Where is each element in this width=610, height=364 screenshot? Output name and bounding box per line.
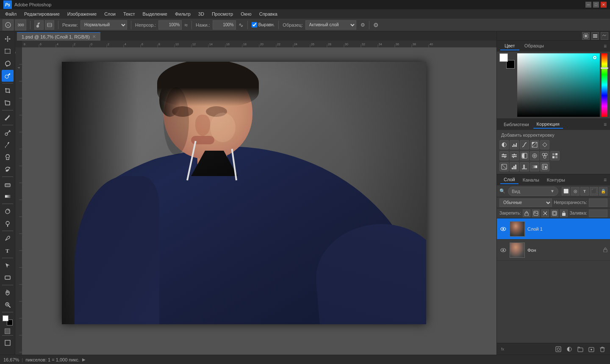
- opacity-input[interactable]: [158, 20, 182, 30]
- fg-color-box[interactable]: [499, 53, 508, 62]
- delete-layer-btn[interactable]: [598, 345, 607, 353]
- adjustment-layer-btn[interactable]: [565, 345, 574, 353]
- tool-move[interactable]: [2, 33, 14, 45]
- flow-icon[interactable]: ∿: [238, 22, 244, 28]
- tool-healing[interactable]: [2, 127, 14, 138]
- erase-mode-icon[interactable]: [45, 20, 54, 30]
- color-swatch-area[interactable]: [2, 314, 14, 326]
- corr-brightness-icon[interactable]: [499, 140, 509, 149]
- layer-style-icon[interactable]: fx: [500, 346, 505, 352]
- menu-3d[interactable]: 3D: [195, 11, 208, 17]
- corr-hsl-icon[interactable]: [499, 151, 509, 160]
- tool-quick-select[interactable]: [2, 70, 14, 82]
- sample-settings-icon[interactable]: ⚙: [360, 22, 365, 28]
- maximize-button[interactable]: □: [593, 2, 599, 8]
- tab-color[interactable]: Цвет: [500, 42, 519, 50]
- new-layer-btn[interactable]: [587, 345, 596, 353]
- align-check-label[interactable]: Выравн.: [252, 22, 275, 28]
- blend-mode-select[interactable]: Обычные: [499, 199, 552, 207]
- fg-bg-swatches[interactable]: [499, 53, 515, 69]
- color-spectrum[interactable]: [517, 53, 607, 117]
- tab-libraries[interactable]: Библиотеки: [500, 121, 532, 128]
- tool-gradient[interactable]: [2, 190, 14, 202]
- group-layers-btn[interactable]: [576, 345, 585, 353]
- tool-zoom[interactable]: [2, 299, 14, 311]
- menu-view[interactable]: Просмотр: [208, 11, 236, 17]
- sample-select[interactable]: Активный слой: [305, 20, 356, 30]
- search-dropdown-icon[interactable]: ▼: [550, 189, 555, 193]
- align-checkbox[interactable]: [252, 22, 257, 28]
- menu-window[interactable]: Окно: [237, 11, 255, 17]
- document-tab[interactable]: 1.psd @ 16,7% (Слой 1, RGB/8) ✕: [17, 32, 100, 41]
- minimize-button[interactable]: ─: [585, 2, 591, 8]
- tool-select-rect[interactable]: [2, 45, 14, 57]
- corr-gradient-map-icon[interactable]: [530, 162, 539, 171]
- tool-dodge[interactable]: [2, 218, 14, 229]
- title-bar-controls[interactable]: ─ □ ✕: [585, 2, 607, 8]
- tool-shape[interactable]: [2, 272, 14, 284]
- opacity-icon[interactable]: ≈: [184, 22, 188, 28]
- corr-vibrance-icon[interactable]: [540, 140, 549, 149]
- layers-panel-menu-btn[interactable]: ≡: [604, 177, 607, 183]
- corr-photofilter-icon[interactable]: [530, 151, 539, 160]
- filter-smart-icon[interactable]: 🔒: [599, 187, 607, 196]
- tool-text[interactable]: T: [2, 245, 14, 256]
- brush-size-display[interactable]: 300: [15, 19, 26, 30]
- tool-eyedropper[interactable]: [2, 112, 14, 124]
- corr-colorbalance-icon[interactable]: [510, 151, 519, 160]
- corr-invert-icon[interactable]: [499, 162, 509, 171]
- menu-help[interactable]: Справка: [256, 11, 281, 17]
- tool-brush[interactable]: [2, 139, 14, 151]
- brush-icon[interactable]: [34, 20, 44, 30]
- menu-file[interactable]: Файл: [2, 11, 20, 17]
- layer-visibility-icon-1[interactable]: [499, 225, 507, 233]
- color-icon[interactable]: [582, 32, 590, 40]
- opacity-input[interactable]: 100%: [589, 199, 607, 207]
- fg-color-swatch[interactable]: [3, 315, 8, 321]
- menu-text[interactable]: Текст: [120, 11, 139, 17]
- lock-image-icon[interactable]: [532, 210, 540, 217]
- tab-close-button[interactable]: ✕: [92, 34, 96, 39]
- corr-selectivecolor-icon[interactable]: [540, 162, 549, 171]
- add-mask-btn[interactable]: [554, 345, 563, 353]
- menu-edit[interactable]: Редактирование: [21, 11, 63, 17]
- close-button[interactable]: ✕: [601, 2, 607, 8]
- menu-select[interactable]: Выделение: [139, 11, 171, 17]
- filter-pixel-icon[interactable]: ⬜: [562, 187, 570, 196]
- filter-shape-icon[interactable]: ⬛: [590, 187, 598, 196]
- tab-correction[interactable]: Коррекция: [533, 120, 563, 129]
- layer-visibility-icon-bg[interactable]: [499, 246, 507, 254]
- extra-settings-icon[interactable]: ⚙: [373, 22, 379, 28]
- status-expand-icon[interactable]: ▶: [82, 357, 86, 362]
- corr-colortable-icon[interactable]: [550, 151, 560, 160]
- hue-bar[interactable]: [602, 53, 607, 117]
- layer-item-layer1[interactable]: Слой 1: [497, 218, 610, 240]
- tool-pen[interactable]: [2, 232, 14, 244]
- layer-comp-icon[interactable]: [591, 32, 599, 40]
- tool-hand[interactable]: [2, 287, 14, 298]
- layer-item-background[interactable]: Фон: [497, 240, 610, 261]
- lock-all-icon[interactable]: [560, 210, 568, 217]
- quick-mask-btn[interactable]: [5, 328, 10, 334]
- menu-image[interactable]: Изображение: [64, 11, 100, 17]
- color-panel-menu-btn[interactable]: ≡: [604, 43, 607, 49]
- tool-perspective-crop[interactable]: [2, 97, 14, 109]
- corr-levels-icon[interactable]: [510, 140, 519, 149]
- corr-channel-mixer-icon[interactable]: [540, 151, 549, 160]
- tab-channels[interactable]: Каналы: [519, 176, 543, 184]
- tool-frame-mode[interactable]: [2, 337, 14, 349]
- mode-select[interactable]: Нормальный: [80, 20, 127, 30]
- lock-position-icon[interactable]: [541, 210, 549, 217]
- corr-curves-icon[interactable]: [520, 140, 529, 149]
- filter-type-icon[interactable]: T: [580, 187, 589, 196]
- tool-lasso[interactable]: [2, 58, 14, 69]
- tool-crop[interactable]: [2, 85, 14, 97]
- tool-preset-picker[interactable]: +: [3, 19, 14, 30]
- flow-input[interactable]: [213, 20, 236, 30]
- corr-exposure-icon[interactable]: [530, 140, 539, 149]
- tool-path-select[interactable]: [2, 259, 14, 271]
- tab-samples[interactable]: Образцы: [520, 42, 548, 50]
- menu-layers[interactable]: Слои: [101, 11, 119, 17]
- filter-adj-icon[interactable]: ◎: [571, 187, 580, 196]
- extra-panels-icon[interactable]: [601, 32, 608, 40]
